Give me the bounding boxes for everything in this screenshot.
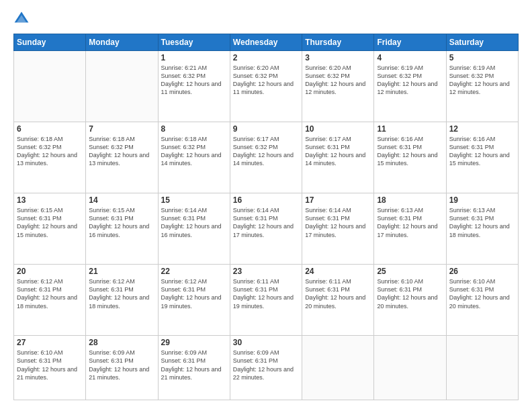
day-number: 26 [449, 267, 515, 276]
day-cell [446, 336, 518, 400]
day-cell: 11Sunrise: 6:16 AM Sunset: 6:31 PM Dayli… [374, 122, 446, 193]
day-cell: 10Sunrise: 6:17 AM Sunset: 6:31 PM Dayli… [302, 122, 374, 193]
day-info: Sunrise: 6:17 AM Sunset: 6:31 PM Dayligh… [305, 135, 371, 168]
day-number: 6 [17, 124, 83, 134]
day-info: Sunrise: 6:12 AM Sunset: 6:31 PM Dayligh… [161, 277, 227, 310]
day-number: 15 [161, 195, 227, 205]
day-info: Sunrise: 6:19 AM Sunset: 6:32 PM Dayligh… [449, 64, 515, 97]
day-info: Sunrise: 6:12 AM Sunset: 6:31 PM Dayligh… [89, 277, 154, 310]
weekday-header-tuesday: Tuesday [158, 34, 230, 51]
day-info: Sunrise: 6:14 AM Sunset: 6:31 PM Dayligh… [305, 206, 371, 239]
day-number: 21 [89, 267, 154, 276]
day-cell: 23Sunrise: 6:11 AM Sunset: 6:31 PM Dayli… [230, 265, 302, 336]
day-info: Sunrise: 6:12 AM Sunset: 6:31 PM Dayligh… [17, 277, 83, 310]
day-number: 20 [17, 267, 83, 276]
day-cell: 13Sunrise: 6:15 AM Sunset: 6:31 PM Dayli… [14, 193, 86, 265]
day-info: Sunrise: 6:16 AM Sunset: 6:31 PM Dayligh… [377, 135, 443, 168]
day-info: Sunrise: 6:09 AM Sunset: 6:31 PM Dayligh… [233, 349, 299, 381]
day-info: Sunrise: 6:14 AM Sunset: 6:31 PM Dayligh… [161, 206, 227, 239]
day-info: Sunrise: 6:18 AM Sunset: 6:32 PM Dayligh… [17, 135, 83, 168]
day-cell: 24Sunrise: 6:11 AM Sunset: 6:31 PM Dayli… [302, 265, 374, 336]
day-info: Sunrise: 6:09 AM Sunset: 6:31 PM Dayligh… [89, 349, 154, 381]
day-cell: 7Sunrise: 6:18 AM Sunset: 6:32 PM Daylig… [86, 122, 158, 193]
day-number: 25 [377, 267, 443, 276]
day-info: Sunrise: 6:15 AM Sunset: 6:31 PM Dayligh… [17, 206, 83, 239]
day-number: 29 [161, 338, 227, 347]
day-info: Sunrise: 6:10 AM Sunset: 6:31 PM Dayligh… [17, 349, 83, 381]
day-cell: 26Sunrise: 6:10 AM Sunset: 6:31 PM Dayli… [446, 265, 518, 336]
day-number: 11 [377, 124, 443, 134]
day-cell: 8Sunrise: 6:18 AM Sunset: 6:32 PM Daylig… [158, 122, 230, 193]
day-number: 5 [449, 53, 515, 62]
day-info: Sunrise: 6:19 AM Sunset: 6:32 PM Dayligh… [377, 64, 443, 97]
header [13, 11, 519, 27]
day-cell [302, 336, 374, 400]
day-info: Sunrise: 6:15 AM Sunset: 6:31 PM Dayligh… [89, 206, 154, 239]
day-cell: 14Sunrise: 6:15 AM Sunset: 6:31 PM Dayli… [86, 193, 158, 265]
day-cell: 29Sunrise: 6:09 AM Sunset: 6:31 PM Dayli… [158, 336, 230, 400]
day-cell: 27Sunrise: 6:10 AM Sunset: 6:31 PM Dayli… [14, 336, 86, 400]
day-number: 17 [305, 195, 371, 205]
day-cell: 20Sunrise: 6:12 AM Sunset: 6:31 PM Dayli… [14, 265, 86, 336]
weekday-header-friday: Friday [374, 34, 446, 51]
day-cell: 5Sunrise: 6:19 AM Sunset: 6:32 PM Daylig… [446, 51, 518, 122]
week-row-3: 20Sunrise: 6:12 AM Sunset: 6:31 PM Dayli… [14, 265, 519, 336]
day-info: Sunrise: 6:21 AM Sunset: 6:32 PM Dayligh… [161, 64, 227, 97]
weekday-header-monday: Monday [86, 34, 158, 51]
day-number: 13 [17, 195, 83, 205]
weekday-header-sunday: Sunday [14, 34, 86, 51]
day-cell [374, 336, 446, 400]
day-number: 1 [161, 53, 227, 62]
day-cell: 17Sunrise: 6:14 AM Sunset: 6:31 PM Dayli… [302, 193, 374, 265]
day-cell: 19Sunrise: 6:13 AM Sunset: 6:31 PM Dayli… [446, 193, 518, 265]
day-cell: 18Sunrise: 6:13 AM Sunset: 6:31 PM Dayli… [374, 193, 446, 265]
day-number: 23 [233, 267, 299, 276]
day-cell: 3Sunrise: 6:20 AM Sunset: 6:32 PM Daylig… [302, 51, 374, 122]
day-info: Sunrise: 6:13 AM Sunset: 6:31 PM Dayligh… [449, 206, 515, 239]
week-row-0: 1Sunrise: 6:21 AM Sunset: 6:32 PM Daylig… [14, 51, 519, 122]
day-info: Sunrise: 6:10 AM Sunset: 6:31 PM Dayligh… [377, 277, 443, 310]
day-info: Sunrise: 6:17 AM Sunset: 6:32 PM Dayligh… [233, 135, 299, 168]
day-info: Sunrise: 6:16 AM Sunset: 6:31 PM Dayligh… [449, 135, 515, 168]
day-cell: 9Sunrise: 6:17 AM Sunset: 6:32 PM Daylig… [230, 122, 302, 193]
week-row-1: 6Sunrise: 6:18 AM Sunset: 6:32 PM Daylig… [14, 122, 519, 193]
day-number: 24 [305, 267, 371, 276]
logo-icon [13, 11, 30, 27]
day-cell: 12Sunrise: 6:16 AM Sunset: 6:31 PM Dayli… [446, 122, 518, 193]
day-info: Sunrise: 6:20 AM Sunset: 6:32 PM Dayligh… [233, 64, 299, 97]
day-cell: 28Sunrise: 6:09 AM Sunset: 6:31 PM Dayli… [86, 336, 158, 400]
weekday-header-row: SundayMondayTuesdayWednesdayThursdayFrid… [14, 34, 519, 51]
day-info: Sunrise: 6:13 AM Sunset: 6:31 PM Dayligh… [377, 206, 443, 239]
day-number: 16 [233, 195, 299, 205]
page: SundayMondayTuesdayWednesdayThursdayFrid… [0, 0, 532, 411]
day-info: Sunrise: 6:18 AM Sunset: 6:32 PM Dayligh… [89, 135, 154, 168]
weekday-header-wednesday: Wednesday [230, 34, 302, 51]
day-number: 18 [377, 195, 443, 205]
day-cell [14, 51, 86, 122]
day-info: Sunrise: 6:14 AM Sunset: 6:31 PM Dayligh… [233, 206, 299, 239]
day-number: 3 [305, 53, 371, 62]
logo [13, 11, 32, 27]
weekday-header-saturday: Saturday [446, 34, 518, 51]
day-cell: 21Sunrise: 6:12 AM Sunset: 6:31 PM Dayli… [86, 265, 158, 336]
day-cell: 2Sunrise: 6:20 AM Sunset: 6:32 PM Daylig… [230, 51, 302, 122]
day-cell: 1Sunrise: 6:21 AM Sunset: 6:32 PM Daylig… [158, 51, 230, 122]
day-info: Sunrise: 6:11 AM Sunset: 6:31 PM Dayligh… [233, 277, 299, 310]
day-number: 22 [161, 267, 227, 276]
day-cell: 25Sunrise: 6:10 AM Sunset: 6:31 PM Dayli… [374, 265, 446, 336]
day-number: 30 [233, 338, 299, 347]
day-info: Sunrise: 6:18 AM Sunset: 6:32 PM Dayligh… [161, 135, 227, 168]
day-number: 4 [377, 53, 443, 62]
weekday-header-thursday: Thursday [302, 34, 374, 51]
day-cell: 22Sunrise: 6:12 AM Sunset: 6:31 PM Dayli… [158, 265, 230, 336]
day-cell: 6Sunrise: 6:18 AM Sunset: 6:32 PM Daylig… [14, 122, 86, 193]
day-number: 7 [89, 124, 154, 134]
day-number: 8 [161, 124, 227, 134]
day-cell: 4Sunrise: 6:19 AM Sunset: 6:32 PM Daylig… [374, 51, 446, 122]
day-cell [86, 51, 158, 122]
day-number: 27 [17, 338, 83, 347]
day-info: Sunrise: 6:09 AM Sunset: 6:31 PM Dayligh… [161, 349, 227, 381]
day-number: 9 [233, 124, 299, 134]
day-cell: 15Sunrise: 6:14 AM Sunset: 6:31 PM Dayli… [158, 193, 230, 265]
day-info: Sunrise: 6:20 AM Sunset: 6:32 PM Dayligh… [305, 64, 371, 97]
